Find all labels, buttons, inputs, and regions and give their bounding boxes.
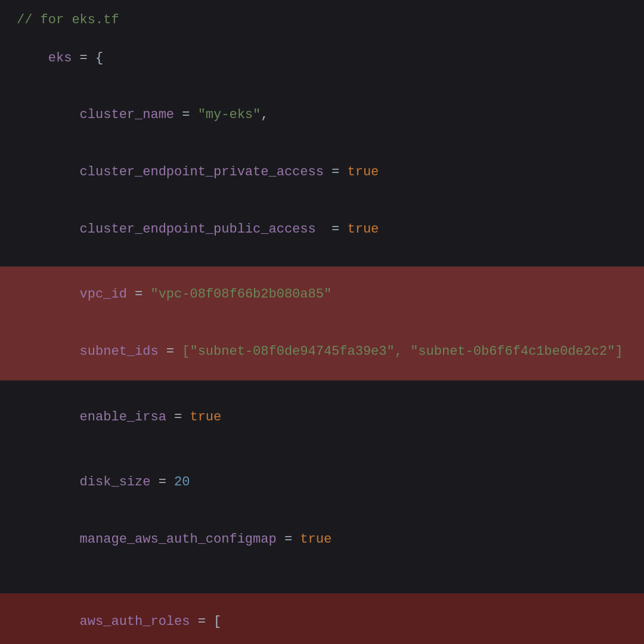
spacer3 bbox=[17, 446, 627, 454]
spacer2 bbox=[17, 380, 627, 389]
code-editor: // for eks.tf eks = { cluster_name = "my… bbox=[0, 0, 644, 644]
spacer4b bbox=[17, 585, 627, 593]
eks-open: eks = { bbox=[17, 30, 627, 87]
disk-size-line: disk_size = 20 bbox=[17, 454, 627, 512]
cluster-public-line: cluster_endpoint_public_access = true bbox=[17, 201, 627, 258]
enable-irsa-line: enable_irsa = true bbox=[17, 389, 627, 446]
spacer1 bbox=[17, 258, 627, 267]
aws-auth-roles-line: aws_auth_roles = [ bbox=[0, 593, 644, 644]
vpc-id-line: vpc_id = "vpc-08f08f66b2b080a85" bbox=[0, 267, 644, 324]
comment-header: // for eks.tf bbox=[17, 11, 627, 30]
cluster-private-line: cluster_endpoint_private_access = true bbox=[17, 144, 627, 201]
spacer4 bbox=[17, 568, 627, 585]
manage-auth-line: manage_aws_auth_configmap = true bbox=[17, 511, 627, 568]
eks-varname: eks bbox=[48, 51, 72, 66]
cluster-name-line: cluster_name = "my-eks", bbox=[17, 87, 627, 144]
subnet-ids-line: subnet_ids = ["subnet-08f0de94745fa39e3"… bbox=[0, 323, 644, 380]
